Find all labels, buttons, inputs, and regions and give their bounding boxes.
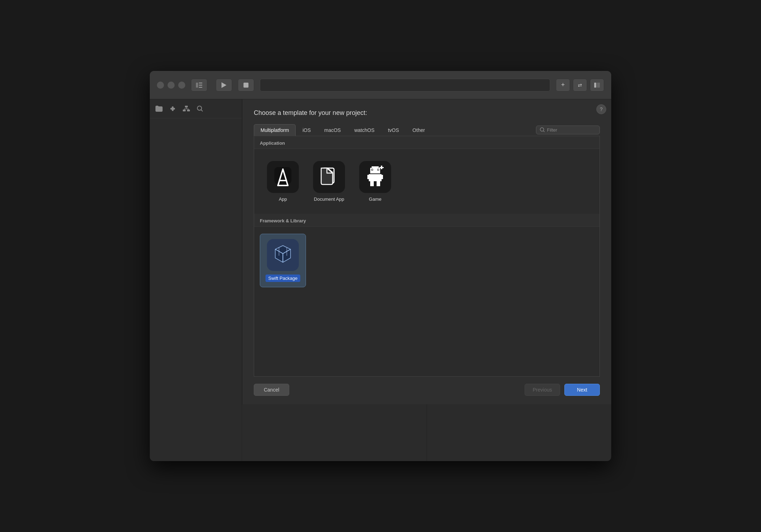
dialog-footer: Cancel Previous Next (254, 377, 600, 396)
template-document-app-label: Document App (314, 196, 344, 202)
main-area: ? Choose a template for your new project… (150, 99, 611, 461)
tab-watchos[interactable]: watchOS (347, 124, 381, 136)
svg-rect-35 (372, 172, 378, 172)
svg-rect-10 (185, 106, 188, 107)
layout-button[interactable] (590, 79, 604, 92)
tab-macos[interactable]: macOS (317, 124, 347, 136)
sidebar-toggle-button[interactable] (191, 79, 207, 92)
svg-rect-29 (372, 166, 379, 168)
new-project-dialog: ? Choose a template for your new project… (242, 99, 611, 404)
svg-rect-32 (372, 169, 373, 170)
template-document-app[interactable]: Document App (306, 156, 352, 207)
maximize-button[interactable] (178, 82, 185, 89)
address-bar[interactable] (260, 79, 550, 92)
previous-button[interactable]: Previous (525, 384, 560, 396)
minimize-button[interactable] (168, 82, 175, 89)
svg-rect-12 (187, 110, 190, 111)
template-swift-package-label: Swift Package (265, 275, 300, 282)
framework-template-grid: Swift Package (254, 227, 600, 294)
tabs-container: Multiplatform iOS macOS watchOS tvOS Oth… (254, 124, 600, 136)
template-app-label: App (279, 196, 287, 202)
close-button[interactable] (157, 82, 164, 89)
xmark-icon[interactable] (170, 106, 176, 112)
svg-marker-4 (221, 82, 226, 88)
section-header-framework: Framework & Library (254, 214, 600, 227)
traffic-lights (157, 82, 185, 89)
svg-rect-9 (172, 106, 174, 111)
dialog-title: Choose a template for your new project: (254, 109, 600, 117)
section-header-application: Application (254, 136, 600, 149)
titlebar-right-controls: + ⇄ (556, 79, 604, 92)
svg-point-19 (540, 128, 544, 131)
svg-rect-0 (196, 83, 198, 88)
svg-line-20 (543, 131, 544, 132)
sidebar (150, 99, 242, 461)
template-game[interactable]: Game (352, 156, 398, 207)
svg-rect-36 (369, 174, 382, 181)
dialog-container: ? Choose a template for your new project… (242, 99, 611, 461)
tab-ios[interactable]: iOS (296, 124, 317, 136)
swift-package-icon (267, 239, 299, 271)
svg-line-18 (201, 110, 203, 111)
svg-rect-3 (199, 87, 202, 88)
sidebar-content (150, 118, 242, 461)
doc-icon (313, 161, 345, 193)
svg-rect-6 (594, 83, 596, 88)
svg-rect-2 (199, 85, 202, 85)
sidebar-toolbar (150, 99, 242, 118)
svg-rect-42 (379, 167, 384, 168)
filter-input[interactable]: Filter (536, 126, 600, 134)
svg-rect-37 (367, 175, 369, 179)
svg-rect-38 (382, 175, 383, 179)
cancel-button[interactable]: Cancel (254, 384, 289, 396)
xcode-window: + ⇄ (150, 71, 611, 461)
help-button[interactable]: ? (596, 104, 606, 114)
svg-rect-5 (243, 83, 248, 88)
tab-tvos[interactable]: tvOS (381, 124, 406, 136)
run-button[interactable] (216, 79, 232, 92)
add-tab-button[interactable]: + (556, 79, 570, 92)
template-game-label: Game (369, 196, 381, 202)
titlebar: + ⇄ (150, 71, 611, 99)
application-template-grid: A 𝒜 (254, 149, 600, 214)
navigation-buttons: Previous Next (525, 384, 600, 396)
stop-button[interactable] (238, 79, 254, 92)
next-button[interactable]: Next (564, 384, 600, 396)
tab-other[interactable]: Other (406, 124, 432, 136)
template-area: Application A 𝒜 (254, 136, 600, 377)
svg-rect-11 (183, 110, 186, 111)
app-icon: A 𝒜 (267, 161, 299, 193)
game-icon (359, 161, 391, 193)
svg-rect-7 (597, 83, 600, 88)
svg-rect-34 (378, 169, 379, 170)
template-app[interactable]: A 𝒜 (260, 156, 306, 207)
filter-placeholder: Filter (547, 127, 557, 133)
svg-rect-1 (199, 83, 202, 83)
svg-rect-40 (377, 181, 380, 186)
back-forward-button[interactable]: ⇄ (573, 79, 587, 92)
folder-icon[interactable] (155, 106, 163, 112)
hierarchy-icon[interactable] (183, 106, 190, 112)
svg-rect-39 (370, 181, 374, 186)
tab-multiplatform[interactable]: Multiplatform (254, 124, 296, 136)
search-icon[interactable] (197, 106, 203, 112)
template-swift-package[interactable]: Swift Package (260, 234, 306, 287)
